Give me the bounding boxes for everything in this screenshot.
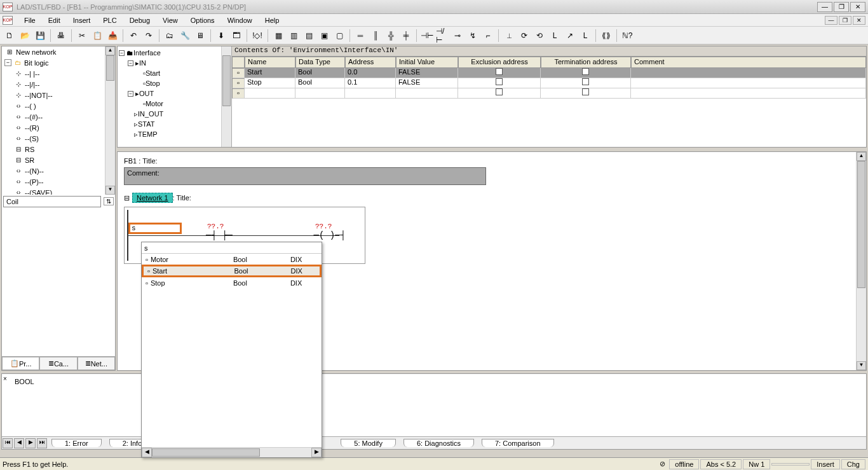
scroll-thumb[interactable]: [222, 55, 231, 106]
network-title[interactable]: : Title:: [173, 194, 191, 202]
tree-item[interactable]: Motor: [146, 100, 163, 107]
autocomplete-item-selected[interactable]: ▫ Start Bool DIX: [142, 265, 322, 277]
coil-icon[interactable]: ⊸: [451, 29, 465, 43]
bit-item[interactable]: RS: [25, 146, 34, 153]
cell-init[interactable]: FALSE: [396, 68, 458, 78]
col-excl[interactable]: Exclusion address: [458, 57, 541, 68]
tree-temp[interactable]: TEMP: [138, 130, 158, 138]
termination-checkbox[interactable]: [582, 88, 589, 95]
contact-no-icon[interactable]: ⊣⊢: [420, 29, 434, 43]
wire1-icon[interactable]: ═: [353, 29, 367, 43]
tab-error[interactable]: 1: Error: [51, 439, 102, 447]
bit-item[interactable]: --(S): [25, 135, 39, 142]
menu-debug[interactable]: Debug: [123, 17, 156, 24]
bit-item[interactable]: --|/|--: [25, 81, 39, 88]
comment-box[interactable]: Comment:: [124, 167, 486, 185]
menu-insert[interactable]: Insert: [67, 17, 97, 24]
minimize-button[interactable]: —: [817, 2, 832, 12]
child-minimize-button[interactable]: —: [825, 16, 837, 25]
scroll-left-icon[interactable]: ◀: [142, 448, 152, 457]
bit-item[interactable]: SR: [25, 156, 34, 164]
contact-no[interactable]: ─┤ ├─: [206, 230, 233, 240]
bit-item[interactable]: --( ): [25, 102, 36, 110]
collapse-icon[interactable]: −: [119, 50, 125, 56]
exclusion-checkbox[interactable]: [496, 68, 503, 75]
undo-icon[interactable]: ↶: [126, 29, 140, 43]
goto-icon[interactable]: ⟪⟫: [599, 29, 613, 43]
tree-root[interactable]: Interface: [133, 49, 161, 57]
tab-first-icon[interactable]: ⏮: [3, 438, 13, 448]
cell-dtype[interactable]: Bool: [295, 68, 345, 78]
tb-icon-c[interactable]: 🖥: [193, 29, 207, 43]
tab-diagnostics[interactable]: 6: Diagnostics: [403, 439, 474, 447]
iface-tree-scrollbar[interactable]: [221, 46, 231, 147]
cell-name[interactable]: Stop: [245, 78, 295, 88]
tab-last-icon[interactable]: ⏭: [37, 438, 47, 448]
branch-open-icon[interactable]: ⟂: [502, 29, 516, 43]
cell-addr[interactable]: 0.1: [345, 78, 396, 88]
open-icon[interactable]: 📂: [18, 29, 32, 43]
grid4-icon[interactable]: ▣: [317, 29, 331, 43]
col-comm[interactable]: Comment: [631, 57, 866, 68]
element-name-field[interactable]: [3, 196, 101, 207]
tb-icon-e[interactable]: ↯: [466, 29, 480, 43]
autocomplete-input[interactable]: [144, 244, 319, 252]
popup-hscrollbar[interactable]: ◀ ▶: [142, 447, 322, 457]
bit-item[interactable]: --(#)--: [25, 113, 43, 121]
new-icon[interactable]: 🗋: [3, 29, 17, 43]
bit-item[interactable]: --| |--: [25, 70, 39, 78]
cell-addr[interactable]: 0.0: [345, 68, 396, 78]
col-name[interactable]: Name: [245, 57, 295, 68]
exclusion-checkbox[interactable]: [496, 88, 503, 95]
autocomplete-item[interactable]: ▫ Motor Bool DIX: [142, 254, 322, 265]
col-dtype[interactable]: Data Type: [295, 57, 345, 68]
menu-view[interactable]: View: [156, 17, 184, 24]
interface-table[interactable]: Name Data Type Address Initial Value Exc…: [232, 57, 866, 99]
child-close-button[interactable]: ✕: [853, 16, 865, 25]
termination-checkbox[interactable]: [582, 78, 589, 85]
tab-comparison[interactable]: 7: Comparison: [482, 439, 554, 447]
bit-item[interactable]: --|NOT|--: [25, 92, 53, 99]
grid3-icon[interactable]: ▤: [302, 29, 316, 43]
grid2-icon[interactable]: ▥: [287, 29, 301, 43]
print-icon[interactable]: 🖶: [54, 29, 68, 43]
table-row[interactable]: ▫ Start Bool 0.0 FALSE: [232, 68, 866, 78]
col-term[interactable]: Termination address: [541, 57, 631, 68]
scroll-up-icon[interactable]: ▲: [857, 152, 866, 161]
grid1-icon[interactable]: ▦: [271, 29, 285, 43]
menu-file[interactable]: File: [18, 17, 42, 24]
panel-close-icon[interactable]: ×: [3, 375, 7, 382]
autocomplete-item[interactable]: ▫ Stop Bool DIX: [142, 277, 322, 288]
scroll-thumb[interactable]: [106, 55, 114, 81]
interface-tree[interactable]: −🖿 Interface −▸ IN ▫ Start ▫ Stop −▸ OUT…: [118, 46, 232, 147]
col-addr[interactable]: Address: [345, 57, 396, 68]
wire2-icon[interactable]: ║: [369, 29, 383, 43]
close-button[interactable]: ✕: [850, 2, 865, 12]
tb-icon-f[interactable]: ⌐: [481, 29, 495, 43]
tab-modify[interactable]: 5: Modify: [341, 439, 396, 447]
menu-help[interactable]: Help: [259, 17, 286, 24]
tb-icon-g[interactable]: L: [548, 29, 562, 43]
maximize-button[interactable]: ❐: [834, 2, 849, 12]
scroll-thumb[interactable]: [857, 161, 865, 288]
collapse-icon[interactable]: −: [128, 91, 133, 97]
cut-icon[interactable]: ✂: [75, 29, 89, 43]
cell-comment[interactable]: [631, 78, 866, 88]
scroll-down-icon[interactable]: ▼: [105, 186, 115, 195]
tab-prev-icon[interactable]: ◀: [14, 438, 24, 448]
redo-icon[interactable]: ↷: [142, 29, 156, 43]
tab-program[interactable]: 📋Pr...: [2, 357, 39, 370]
operand-placeholder[interactable]: ??.?: [315, 223, 332, 230]
scroll-down-icon[interactable]: ▼: [857, 361, 866, 370]
fb-title[interactable]: FB1 : Title:: [124, 157, 860, 165]
help-icon[interactable]: ℕ?: [620, 29, 634, 43]
tree-scrollbar[interactable]: ▲ ▼: [105, 46, 115, 195]
bit-item[interactable]: --(P)--: [25, 178, 43, 186]
tab-network[interactable]: ≣Net...: [78, 357, 115, 370]
operand-placeholder[interactable]: ??.?: [207, 223, 224, 230]
cell-init[interactable]: FALSE: [396, 78, 458, 88]
scroll-up-icon[interactable]: ▲: [105, 46, 115, 55]
tb-icon-i[interactable]: L: [578, 29, 592, 43]
monitor-icon[interactable]: 🗔: [229, 29, 243, 43]
instruction-tree[interactable]: ⊞New network −🗀Bit logic ⊹--| |-- ⊹--|/|…: [2, 46, 115, 195]
